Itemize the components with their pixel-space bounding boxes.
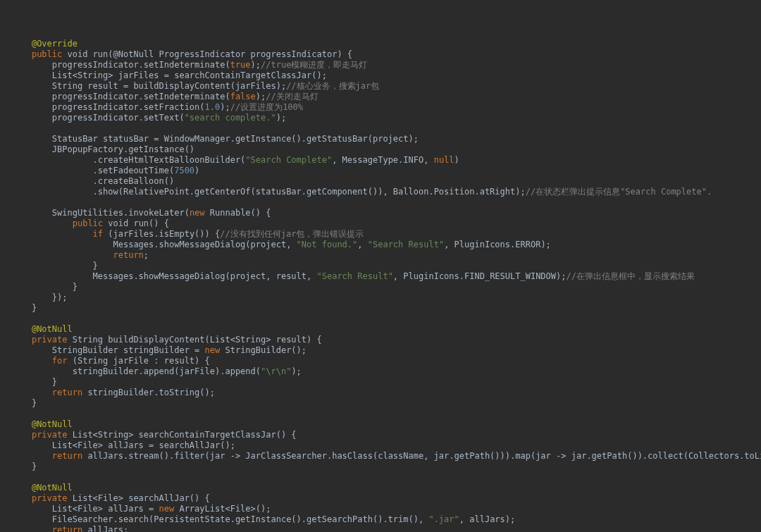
code-token: .createBalloon() (93, 176, 175, 186)
code-token: progressIndicator.setIndeterminate( (52, 92, 230, 101)
code-line: SwingUtilities.invokeLater(new Runnable(… (11, 208, 750, 218)
code-token: ); (251, 60, 261, 70)
code-token: , MessageType.INFO, (332, 155, 434, 165)
code-line: StringBuilder stringBuilder = new String… (11, 345, 750, 356)
code-line: List<File> allJars = new ArrayList<File>… (11, 504, 750, 514)
code-token: "search complete." (185, 113, 276, 123)
code-token: } (93, 261, 98, 271)
code-token: List<File> searchAllJar() { (73, 493, 210, 503)
code-line: private List<String> searchContainTarget… (11, 430, 750, 440)
code-token: //在状态栏弹出提示信息"Search Complete". (526, 187, 712, 197)
code-line (11, 314, 750, 324)
code-token: }); (52, 292, 68, 302)
code-line: Messages.showMessageDialog(project, "Not… (11, 240, 750, 250)
code-line: progressIndicator.setText("search comple… (11, 113, 750, 123)
code-token: ) (194, 166, 199, 175)
code-token: 7500 (174, 166, 194, 175)
code-token: return (113, 250, 144, 260)
code-token: public (32, 49, 68, 59)
code-line: } (11, 261, 750, 271)
code-line: if (jarFiles.isEmpty()) {//没有找到任何jar包，弹出… (11, 229, 750, 240)
code-token: "\r\n" (261, 366, 291, 376)
code-token: StatusBar statusBar = WindowManager.getI… (52, 134, 419, 144)
code-token: ); (291, 366, 301, 376)
code-line: @NotNull (11, 324, 750, 335)
code-line: return stringBuilder.toString(); (11, 388, 750, 398)
code-token: Messages.showMessageDialog(project, (113, 240, 297, 249)
code-token: //true模糊进度，即走马灯 (261, 60, 367, 70)
code-line: @NotNull (11, 419, 750, 430)
code-line: JBPopupFactory.getInstance() (11, 144, 750, 155)
code-token: "Search Complete" (245, 155, 332, 165)
code-token: return (52, 388, 88, 397)
code-token: return (52, 451, 88, 461)
code-line: FileSearcher.search(PersistentState.getI… (11, 514, 750, 525)
code-token: stringBuilder.toString(); (87, 388, 215, 397)
code-token: .show(RelativePoint.getCenterOf(statusBa… (93, 187, 526, 197)
code-line: } (11, 462, 750, 472)
code-token: stringBuilder.append(jarFile).append( (73, 366, 261, 376)
code-token: } (32, 462, 37, 471)
code-token: String buildDisplayContent(List<String> … (73, 335, 322, 345)
code-token: .createHtmlTextBalloonBuilder( (93, 155, 246, 165)
code-line: String result = buildDisplayContent(jarF… (11, 81, 750, 92)
code-line: }); (11, 292, 750, 303)
code-token: ); (256, 92, 266, 101)
code-token: //关闭走马灯 (266, 92, 318, 101)
code-token: (jarFiles.isEmpty()) { (108, 229, 220, 239)
code-token: List<String> searchContainTargetClassJar… (73, 430, 297, 440)
code-token: allJars.stream().filter(jar -> JarClassS… (87, 451, 761, 461)
code-line (11, 123, 750, 134)
code-line: return allJars.stream().filter(jar -> Ja… (11, 451, 750, 462)
code-token: ".jar" (428, 514, 459, 524)
code-token: String result = buildDisplayContent(jarF… (52, 81, 286, 91)
code-token: @NotNull (32, 483, 73, 493)
code-token: new (159, 504, 180, 514)
code-token (11, 409, 16, 419)
code-token: new (190, 208, 210, 218)
code-line: public void run() { (11, 218, 750, 229)
code-token: ); (276, 113, 286, 123)
code-line: } (11, 282, 750, 292)
code-token: private (32, 493, 73, 503)
code-line: for (String jarFile : result) { (11, 356, 750, 366)
code-token: List<String> jarFiles = searchContainTar… (52, 70, 327, 80)
code-token: StringBuilder stringBuilder = (52, 345, 205, 355)
code-token: JBPopupFactory.getInstance() (52, 144, 194, 154)
code-token: if (93, 229, 109, 239)
code-line: return; (11, 250, 750, 261)
code-token: .setFadeoutTime( (93, 166, 175, 175)
code-token: //设置进度为100% (230, 102, 303, 112)
code-line: progressIndicator.setFraction(1.0);//设置进… (11, 102, 750, 113)
code-token: List<File> allJars = (52, 504, 159, 514)
code-line: .show(RelativePoint.getCenterOf(statusBa… (11, 187, 750, 197)
code-token: "Search Result" (368, 240, 444, 249)
code-line (11, 472, 750, 483)
code-token: for (52, 356, 73, 366)
code-line: .createHtmlTextBalloonBuilder("Search Co… (11, 155, 750, 166)
code-token: false (230, 92, 256, 101)
code-line: StatusBar statusBar = WindowManager.getI… (11, 134, 750, 144)
code-token: void (108, 218, 133, 228)
code-token: progressIndicator.setIndeterminate( (52, 60, 230, 70)
code-token: FileSearcher.search(PersistentState.getI… (52, 514, 429, 524)
code-token (11, 123, 16, 133)
code-token: } (32, 303, 37, 313)
code-token: List<File> allJars = searchAllJar(); (52, 440, 235, 450)
code-block: @Override public void run(@NotNull Progr… (11, 39, 750, 532)
code-token: 1.0 (205, 102, 221, 112)
code-token: @NotNull (32, 419, 73, 429)
code-line: List<String> jarFiles = searchContainTar… (11, 70, 750, 81)
code-token (11, 472, 16, 482)
code-token: "Not found." (297, 240, 358, 249)
code-line: .createBalloon() (11, 176, 750, 187)
code-token: null (434, 155, 454, 165)
code-line: } (11, 398, 750, 409)
code-token: private (32, 335, 73, 345)
code-line (11, 409, 750, 419)
code-token: private (32, 430, 73, 440)
code-line: public void run(@NotNull ProgressIndicat… (11, 49, 750, 60)
code-token: @Override (32, 39, 78, 49)
code-token: run() { (133, 218, 169, 228)
code-token: Messages.showMessageDialog(project, resu… (93, 271, 317, 281)
